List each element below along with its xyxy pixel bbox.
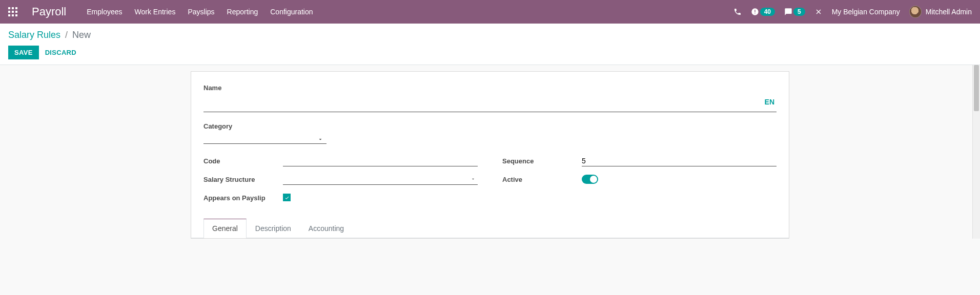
appears-label: Appears on Payslip [203,194,283,202]
name-input[interactable] [203,95,777,112]
save-button[interactable]: SAVE [8,46,39,59]
nav-reporting[interactable]: Reporting [227,8,258,16]
tab-description[interactable]: Description [247,219,300,238]
tools-icon[interactable] [814,8,823,16]
phone-icon[interactable] [733,8,742,16]
message-count: 5 [793,8,805,16]
content: Name EN Category Code [0,65,980,239]
sequence-label: Sequence [502,157,582,165]
activity-button[interactable]: 40 [751,8,775,16]
category-label: Category [203,122,777,130]
nav-work-entries[interactable]: Work Entries [135,8,176,16]
sequence-input[interactable] [582,156,777,166]
nav-payslips[interactable]: Payslips [188,8,214,16]
salary-structure-label: Salary Structure [203,176,283,183]
appears-checkbox[interactable] [283,194,291,201]
avatar [909,6,922,18]
breadcrumb-current: New [72,30,91,40]
apps-icon[interactable] [8,7,17,16]
translate-button[interactable]: EN [765,98,774,106]
scrollbar[interactable] [972,65,980,239]
tab-accounting[interactable]: Accounting [300,219,353,238]
topbar: Payroll Employees Work Entries Payslips … [0,0,980,24]
category-select[interactable] [203,133,326,144]
topbar-right: 40 5 My Belgian Company Mitchell Admin [733,6,972,18]
app-brand[interactable]: Payroll [32,5,66,18]
nav-employees[interactable]: Employees [87,8,122,16]
main-nav: Employees Work Entries Payslips Reportin… [87,8,313,16]
breadcrumb: Salary Rules / New [8,30,972,40]
control-panel: Salary Rules / New SAVE DISCARD [0,24,980,65]
active-label: Active [502,176,582,183]
scrollbar-thumb[interactable] [974,65,979,111]
user-name: Mitchell Admin [926,8,972,16]
form-tabs: General Description Accounting [191,219,789,238]
breadcrumb-sep: / [65,30,68,40]
name-label: Name [203,84,777,92]
messages-button[interactable]: 5 [784,8,805,16]
user-menu[interactable]: Mitchell Admin [909,6,972,18]
breadcrumb-parent[interactable]: Salary Rules [8,30,60,40]
active-toggle[interactable] [582,175,598,184]
form-sheet: Name EN Category Code [191,71,789,239]
code-label: Code [203,157,283,165]
code-input[interactable] [283,156,478,166]
salary-structure-select[interactable] [283,174,478,185]
activity-count: 40 [760,8,775,16]
company-selector[interactable]: My Belgian Company [832,8,900,16]
discard-button[interactable]: DISCARD [45,49,76,56]
tab-general[interactable]: General [203,219,247,238]
nav-configuration[interactable]: Configuration [270,8,313,16]
